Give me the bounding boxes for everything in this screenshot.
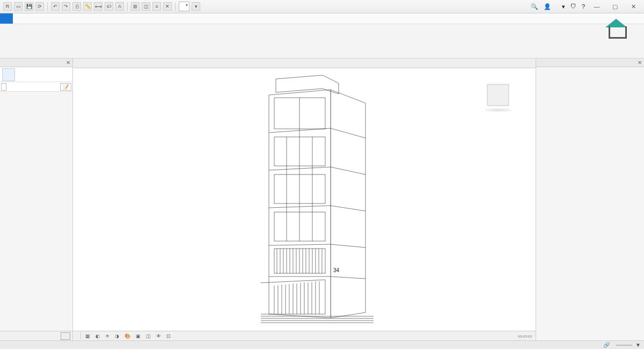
brand-logo <box>596 13 636 43</box>
apps-icon[interactable]: ▾ <box>562 3 565 10</box>
title-bar: R ▭ 💾 ⟳ ↶ ↷ ⎙ 📏 ⟷ 🏷 A ⊞ ◫ ≡ ✕ ▾ 🔍 👤 ▾ ⛉ … <box>0 0 644 13</box>
visual-style-icon[interactable]: ◐ <box>94 333 101 339</box>
close-button[interactable]: ✕ <box>627 2 640 11</box>
measure-icon[interactable]: 📏 <box>83 2 92 11</box>
file-menu[interactable] <box>0 13 13 24</box>
building-model: 34 <box>261 74 374 327</box>
print-icon[interactable]: ⎙ <box>72 2 81 11</box>
crop-region-icon[interactable]: ◫ <box>145 333 152 339</box>
dropdown-icon[interactable]: ▾ <box>192 2 200 11</box>
save-icon[interactable]: 💾 <box>25 2 33 11</box>
viewport-canvas[interactable]: 34 <box>73 68 536 331</box>
view-type-icon <box>2 68 15 81</box>
view-control-bar: ▦ ◐ ☀ ◑ 🎨 ▣ ◫ 👁 ⊡ ▭▭▭ <box>73 331 536 340</box>
detail-icon[interactable]: ▦ <box>84 333 91 339</box>
render-icon[interactable]: 🎨 <box>123 333 131 339</box>
browser-header: ✕ <box>536 59 644 67</box>
help-icon[interactable]: ? <box>582 3 585 10</box>
favorites-icon[interactable]: ⛉ <box>570 3 576 10</box>
open-icon[interactable]: ▭ <box>14 2 23 11</box>
text-icon[interactable]: A <box>115 2 124 11</box>
type-selector-dropdown[interactable] <box>1 83 6 91</box>
maximize-button[interactable]: ▢ <box>609 2 621 11</box>
section-icon[interactable]: ◫ <box>142 2 150 11</box>
apply-button[interactable] <box>61 332 70 340</box>
properties-header: ✕ <box>0 59 72 67</box>
filter-icon[interactable]: ▼ <box>635 342 641 348</box>
status-bar: 🔗 ▼ <box>0 340 644 349</box>
undo-icon[interactable]: ↶ <box>51 2 60 11</box>
shadow-icon[interactable]: ◑ <box>114 333 120 339</box>
close-hidden-icon[interactable]: ✕ <box>163 2 172 11</box>
quick-access-toolbar: R ▭ 💾 ⟳ ↶ ↷ ⎙ 📏 ⟷ 🏷 A ⊞ ◫ ≡ ✕ ▾ <box>0 2 203 11</box>
progress-icon: ▭▭▭ <box>517 333 533 339</box>
revit-logo-icon[interactable]: R <box>3 2 12 11</box>
crop-icon[interactable]: ▣ <box>135 333 142 339</box>
svg-marker-0 <box>331 90 365 318</box>
worksets-icon[interactable]: 🔗 <box>603 342 610 348</box>
sync-icon[interactable]: ⟳ <box>35 2 44 11</box>
dims-icon[interactable]: ⟷ <box>94 2 103 11</box>
redo-icon[interactable]: ↷ <box>62 2 70 11</box>
tag-icon[interactable]: 🏷 <box>105 2 113 11</box>
reveal-icon[interactable]: ⊡ <box>165 333 172 339</box>
view-icon[interactable]: ⊞ <box>131 2 140 11</box>
document-tabs <box>73 59 536 68</box>
svg-text:34: 34 <box>333 267 340 273</box>
ribbon-tabs <box>0 13 644 24</box>
edit-type-button[interactable]: 📝 <box>60 83 71 91</box>
ribbon-panel <box>0 24 644 59</box>
hide-icon[interactable]: 👁 <box>155 333 162 339</box>
view-switcher-dropdown[interactable] <box>179 2 189 11</box>
thinlines-icon[interactable]: ≡ <box>152 2 161 11</box>
properties-palette: ✕ 📝 <box>0 59 73 340</box>
minimize-button[interactable]: — <box>590 2 603 11</box>
model-select[interactable] <box>616 345 632 346</box>
user-icon[interactable]: 👤 <box>544 3 551 10</box>
close-icon[interactable]: ✕ <box>638 60 642 66</box>
project-browser: ✕ <box>536 59 644 340</box>
sun-icon[interactable]: ☀ <box>104 333 111 339</box>
close-icon[interactable]: ✕ <box>66 60 70 66</box>
viewcube[interactable] <box>487 84 509 106</box>
svg-marker-1 <box>269 90 331 318</box>
search-icon[interactable]: 🔍 <box>531 3 538 10</box>
